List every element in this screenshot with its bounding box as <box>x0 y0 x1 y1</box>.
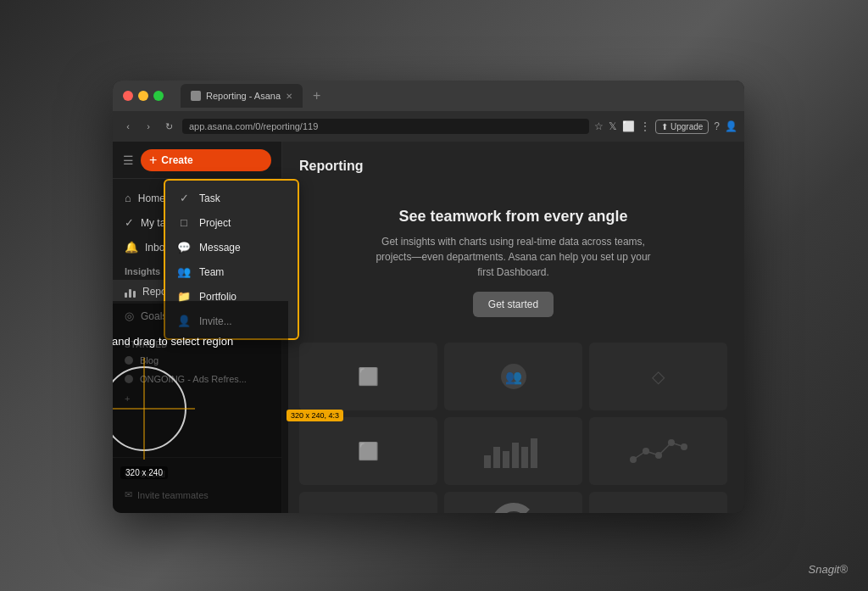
browser-chrome: Reporting - Asana ✕ + ‹ › ↻ app.asana.co… <box>113 81 744 142</box>
home-label: Home <box>138 192 165 204</box>
card1-icon: ⬜ <box>358 366 379 387</box>
user-icon[interactable]: 👤 <box>725 120 737 132</box>
upgrade-label: Upgrade <box>670 122 703 131</box>
hero-subtitle: Get insights with charts using real-time… <box>370 234 658 280</box>
bookmark-icon[interactable]: ☆ <box>594 120 604 132</box>
preview-card-2: 👥 <box>444 343 582 410</box>
upgrade-button[interactable]: ⬆ Upgrade <box>655 120 709 134</box>
home-icon: ⌂ <box>125 192 131 204</box>
task-icon: ✓ <box>177 192 191 204</box>
project-icon: □ <box>177 216 191 229</box>
svg-rect-1 <box>493 447 500 468</box>
snagit-crosshair <box>113 358 195 460</box>
tasks-icon: ✓ <box>125 216 134 229</box>
sidebar-top: ☰ + Create ✓ Task □ Project <box>113 142 281 179</box>
svg-rect-5 <box>531 438 537 468</box>
preview-card-3: ◇ <box>589 343 727 410</box>
preview-card-1: ⬜ <box>299 343 437 410</box>
preview-card-8 <box>444 492 582 513</box>
address-bar[interactable]: app.asana.com/0/reporting/119 <box>182 119 589 134</box>
svg-rect-2 <box>503 451 509 468</box>
address-text: app.asana.com/0/reporting/119 <box>189 121 318 131</box>
svg-rect-3 <box>512 443 519 468</box>
svg-point-16 <box>495 507 532 513</box>
new-tab-button[interactable]: + <box>306 88 327 103</box>
main-content: Reporting See teamwork from every angle … <box>282 142 744 513</box>
avatar-group-icon: 👥 <box>505 369 522 385</box>
traffic-lights <box>123 91 164 101</box>
inbox-icon: 🔔 <box>125 241 138 254</box>
sidebar: ☰ + Create ✓ Task □ Project <box>113 142 282 513</box>
tab-title: Reporting - Asana <box>206 91 281 101</box>
nav-icons-right: ☆ 𝕏 ⬜ ⋮ ⬆ Upgrade ? 👤 <box>594 120 737 134</box>
reporting-icon <box>125 286 136 298</box>
hero-section: See teamwork from every angle Get insigh… <box>370 208 658 317</box>
bar1 <box>125 293 127 298</box>
reporting-bars-icon <box>125 286 136 298</box>
team-icon: 👥 <box>177 265 191 278</box>
tab-close-icon[interactable]: ✕ <box>286 92 292 101</box>
crosshair-vertical <box>144 358 145 460</box>
nav-buttons: ‹ › ↻ <box>120 118 177 135</box>
svg-line-13 <box>659 443 671 455</box>
donut-chart <box>488 500 539 513</box>
snagit-coords-badge: 320 x 240, 4:3 <box>287 410 343 421</box>
dropdown-message[interactable]: 💬 Message <box>165 235 298 259</box>
title-bar: Reporting - Asana ✕ + <box>113 81 744 111</box>
bar3 <box>133 291 136 298</box>
snagit-instruction: Click, hold, and drag to select region <box>113 335 233 348</box>
upgrade-icon: ⬆ <box>661 122 668 131</box>
message-icon: 💬 <box>177 241 191 254</box>
extensions-icon[interactable]: ⬜ <box>622 120 635 132</box>
crosshair-horizontal <box>113 409 195 410</box>
forward-button[interactable]: › <box>140 118 157 135</box>
create-plus-icon: + <box>149 153 157 168</box>
preview-card-7 <box>299 492 437 513</box>
svg-line-11 <box>633 451 646 460</box>
hero-title: See teamwork from every angle <box>370 208 658 226</box>
hamburger-icon[interactable]: ☰ <box>123 153 134 167</box>
maximize-button[interactable] <box>153 91 164 101</box>
reload-button[interactable]: ↻ <box>160 118 177 135</box>
dashboard-preview: ⬜ 👥 ◇ ⬜ <box>299 343 727 513</box>
snagit-region-overlay: Click, hold, and drag to select region 3… <box>113 301 288 513</box>
preview-card-4: ⬜ <box>299 417 437 485</box>
message-label: Message <box>199 242 241 254</box>
twitter-icon[interactable]: 𝕏 <box>609 120 617 132</box>
preview-card-5 <box>444 417 582 485</box>
close-button[interactable] <box>123 91 133 101</box>
avatar-group: 👥 <box>501 364 526 389</box>
browser-window: Reporting - Asana ✕ + ‹ › ↻ app.asana.co… <box>113 81 744 513</box>
minimize-button[interactable] <box>138 91 148 101</box>
tab-favicon <box>191 91 201 101</box>
nav-bar: ‹ › ↻ app.asana.com/0/reporting/119 ☆ 𝕏 … <box>113 111 744 142</box>
get-started-button[interactable]: Get started <box>473 292 554 317</box>
dropdown-task[interactable]: ✓ Task <box>165 186 298 210</box>
create-button[interactable]: + Create <box>141 149 271 171</box>
task-label: Task <box>199 192 220 204</box>
bar-chart <box>480 430 548 472</box>
dropdown-project[interactable]: □ Project <box>165 210 298 235</box>
card4-icon: ⬜ <box>358 441 379 461</box>
card3-icon: ◇ <box>652 366 665 387</box>
browser-content: ☰ + Create ✓ Task □ Project <box>113 142 744 513</box>
create-label: Create <box>161 154 192 166</box>
dropdown-team[interactable]: 👥 Team <box>165 259 298 284</box>
bar2 <box>129 289 131 298</box>
sidebar-header: ☰ + Create <box>113 142 281 179</box>
line-chart <box>625 430 693 472</box>
tab-bar: Reporting - Asana ✕ + <box>174 83 734 109</box>
preview-card-9 <box>589 492 727 513</box>
menu-icon[interactable]: ⋮ <box>640 120 650 132</box>
back-button[interactable]: ‹ <box>120 118 136 135</box>
help-icon[interactable]: ? <box>714 120 720 132</box>
svg-rect-0 <box>484 455 491 468</box>
svg-rect-4 <box>521 447 528 468</box>
project-label: Project <box>199 217 231 229</box>
page-title: Reporting <box>299 159 364 174</box>
snagit-watermark: Snagit® <box>809 563 848 576</box>
preview-card-6 <box>589 417 727 485</box>
team-label: Team <box>199 266 224 278</box>
snagit-size-display: 320 x 240 <box>120 466 168 479</box>
active-tab[interactable]: Reporting - Asana ✕ <box>181 84 303 108</box>
